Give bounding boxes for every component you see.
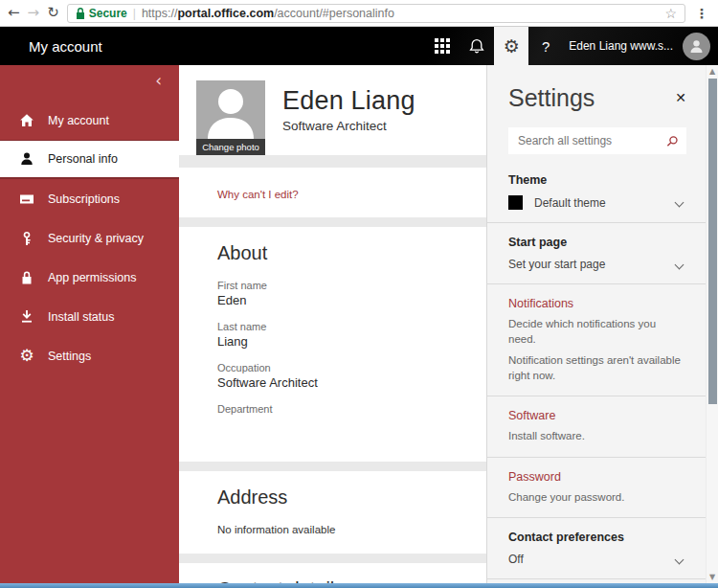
browser-toolbar: ← → ↻ Secure | https://portal.office.com… [0, 0, 718, 27]
signed-in-user[interactable]: Eden Liang www.s... [563, 39, 683, 53]
download-icon [19, 309, 34, 325]
sidebar-item-label: Personal info [48, 152, 118, 166]
divider [487, 457, 706, 458]
profile-hero: Change photo Eden Liang Software Archite… [179, 65, 486, 155]
avatar-person-icon [688, 38, 705, 55]
sidebar-item-app-permissions[interactable]: App permissions [0, 258, 179, 297]
app-launcher-icon [435, 38, 450, 54]
settings-search-input[interactable] [518, 134, 666, 147]
sidebar-item-security-privacy[interactable]: Security & privacy [0, 218, 179, 258]
field-last-name: Last name Liang [217, 321, 467, 349]
address-heading: Address [217, 486, 467, 509]
field-occupation: Occupation Software Architect [217, 362, 467, 390]
gear-icon: ⚙ [504, 35, 520, 57]
chevron-down-icon[interactable] [675, 260, 684, 269]
settings-search[interactable] [508, 127, 686, 154]
theme-label: Theme [508, 173, 686, 187]
scrollbar[interactable]: ▲ ▼ [706, 65, 718, 588]
address-bar[interactable]: Secure | https://portal.office.com/accou… [67, 4, 685, 23]
sidebar-item-subscriptions[interactable]: Subscriptions [0, 179, 179, 218]
theme-value: Default theme [534, 196, 606, 210]
password-desc: Change your password. [508, 490, 686, 506]
contact-preferences-value: Off [508, 553, 524, 566]
sidebar-item-label: My account [48, 114, 109, 127]
sidebar-item-label: Settings [48, 350, 91, 363]
field-department: Department [217, 403, 467, 431]
sidebar-item-install-status[interactable]: Install status [0, 297, 179, 336]
settings-title: Settings [508, 84, 595, 112]
profile-name: Eden Liang [282, 86, 415, 116]
photo-placeholder-icon [196, 80, 265, 139]
profile-role: Software Architect [282, 119, 415, 133]
sidebar-item-label: Security & privacy [48, 232, 144, 245]
why-cant-i-edit-link[interactable]: Why can't I edit? [217, 189, 299, 200]
url-domain: portal.office.com [177, 7, 274, 20]
avatar[interactable] [683, 33, 710, 60]
about-card: About First name Eden Last name Liang Oc… [179, 227, 486, 462]
address-empty-text: No information available [217, 524, 467, 535]
notifications-desc: Decide which notifications you need. [508, 317, 686, 347]
start-page-label: Start page [508, 236, 686, 249]
software-link[interactable]: Software [508, 409, 686, 422]
start-page-row[interactable]: Set your start page [508, 258, 686, 271]
chevron-down-icon[interactable] [675, 554, 684, 564]
help-button[interactable]: ? [528, 27, 563, 65]
notifications-button[interactable] [460, 27, 494, 65]
divider [487, 222, 706, 223]
reload-icon[interactable]: ↻ [47, 6, 59, 20]
app-launcher-button[interactable] [425, 27, 460, 65]
browser-menu-icon[interactable]: ⋮ [693, 6, 710, 21]
forward-icon[interactable]: → [28, 6, 40, 20]
bell-icon [468, 37, 485, 55]
sidebar-item-label: App permissions [48, 271, 136, 284]
url-text: https://portal.office.com/account/#perso… [142, 7, 394, 20]
notifications-link[interactable]: Notifications [508, 297, 686, 310]
sidebar-item-label: Subscriptions [48, 192, 120, 206]
bookmark-star-icon[interactable]: ☆ [664, 6, 677, 21]
theme-row[interactable]: Default theme [508, 195, 686, 210]
home-icon [19, 113, 34, 128]
change-photo-button[interactable]: Change photo [196, 139, 265, 155]
secure-label: Secure [89, 7, 127, 20]
sidebar-item-my-account[interactable]: My account [0, 101, 179, 140]
divider [487, 578, 706, 579]
card-icon [19, 192, 34, 207]
lock-icon [19, 270, 34, 285]
address-card: Address No information available [179, 471, 486, 554]
key-icon [19, 231, 34, 246]
settings-panel: Settings ✕ Theme Default theme [486, 65, 706, 588]
start-page-value: Set your start page [508, 258, 605, 271]
sidebar-collapse-icon[interactable]: ‹ [0, 65, 179, 91]
edit-info-card: Why can't I edit? [179, 168, 486, 217]
about-heading: About [217, 242, 467, 264]
sidebar-nav: ‹ My account Personal info Subscriptions… [0, 65, 179, 588]
sidebar-item-settings[interactable]: ⚙ Settings [0, 336, 179, 375]
settings-gear-button[interactable]: ⚙ [494, 27, 528, 65]
main-content: Change photo Eden Liang Software Archite… [179, 65, 486, 588]
close-icon[interactable]: ✕ [675, 84, 686, 105]
scroll-down-icon[interactable]: ▼ [707, 573, 718, 581]
divider [487, 283, 706, 284]
gear-icon: ⚙ [19, 348, 34, 364]
person-icon [19, 151, 34, 167]
scrollbar-thumb[interactable] [708, 79, 717, 404]
screen: ← → ↻ Secure | https://portal.office.com… [0, 0, 718, 588]
contact-preferences-row[interactable]: Off [508, 553, 686, 566]
app-header: My account ⚙ ? Eden Liang www.s... [0, 27, 718, 65]
back-icon[interactable]: ← [8, 6, 20, 20]
divider [487, 517, 706, 518]
secure-badge[interactable]: Secure [76, 7, 127, 20]
search-icon[interactable] [666, 134, 679, 148]
profile-photo[interactable]: Change photo [196, 80, 265, 155]
password-link[interactable]: Password [508, 470, 686, 484]
page-title: My account [0, 38, 102, 55]
scroll-up-icon[interactable]: ▲ [707, 67, 718, 76]
software-desc: Install software. [508, 429, 686, 444]
notifications-note: Notification settings aren't available r… [508, 353, 686, 383]
sidebar-item-label: Install status [48, 310, 114, 324]
field-first-name: First name Eden [217, 280, 467, 307]
chevron-down-icon[interactable] [675, 198, 684, 208]
contact-preferences-label: Contact preferences [508, 531, 686, 544]
theme-swatch[interactable] [508, 195, 523, 210]
sidebar-item-personal-info[interactable]: Personal info [0, 140, 179, 179]
